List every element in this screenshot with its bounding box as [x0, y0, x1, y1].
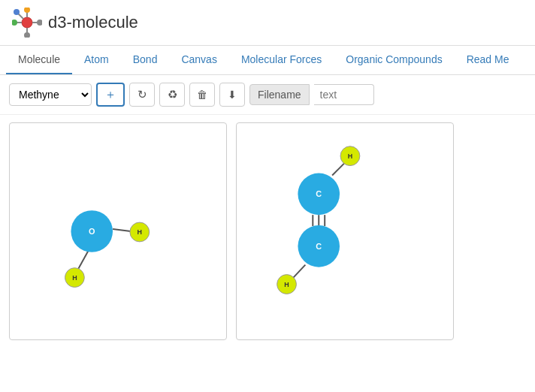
nav-item-read-me[interactable]: Read Me: [455, 46, 521, 74]
bond-c2-hbot: [292, 265, 305, 279]
molecule-canvas-1[interactable]: O H H: [9, 122, 227, 340]
atom-o-label: O: [89, 227, 95, 236]
download-icon: ⬇: [228, 89, 237, 101]
svg-point-8: [12, 20, 17, 26]
bond-oh1: [113, 229, 131, 231]
canvas-area: O H H H C C: [0, 115, 535, 348]
molecule-svg-2: H C C H: [237, 123, 453, 339]
nav-item-canvas[interactable]: Canvas: [169, 46, 228, 74]
nav-item-molecular-forces[interactable]: Molecular Forces: [229, 46, 334, 74]
atom-h2-label: H: [72, 274, 77, 282]
toolbar: Methyne Methane Ethane Water ＋ ↻ ♻ 🗑 ⬇ F…: [0, 75, 535, 115]
add-icon: ＋: [104, 87, 116, 103]
app-title: d3-molecule: [48, 13, 138, 32]
svg-point-10: [14, 9, 20, 15]
delete-button[interactable]: 🗑: [189, 83, 215, 107]
main-nav: Molecule Atom Bond Canvas Molecular Forc…: [0, 46, 535, 75]
nav-item-bond[interactable]: Bond: [121, 46, 170, 74]
molecule-svg-1: O H H: [10, 123, 226, 339]
svg-point-0: [22, 17, 32, 28]
filename-label: Filename: [249, 84, 310, 105]
add-button[interactable]: ＋: [96, 83, 125, 107]
refresh-icon: ↻: [138, 88, 147, 101]
nav-item-atom[interactable]: Atom: [72, 46, 121, 74]
svg-point-6: [24, 8, 30, 13]
svg-point-7: [24, 32, 30, 38]
bond-htop-c1: [332, 163, 345, 176]
nav-item-organic-compounds[interactable]: Organic Compounds: [334, 46, 454, 74]
nav-item-molecule[interactable]: Molecule: [6, 46, 72, 74]
atom-c2-label: C: [316, 242, 322, 251]
app-logo: [12, 8, 42, 38]
filename-input[interactable]: [314, 84, 374, 105]
trash-icon: 🗑: [197, 89, 207, 101]
svg-point-9: [37, 20, 42, 26]
atom-htop-label: H: [348, 152, 352, 160]
molecule-canvas-2[interactable]: H C C H: [236, 122, 454, 340]
reset-icon: ♻: [168, 88, 177, 101]
refresh-button[interactable]: ↻: [129, 83, 155, 107]
reset-button[interactable]: ♻: [159, 83, 185, 107]
atom-h1-label: H: [138, 228, 142, 236]
molecule-dropdown[interactable]: Methyne Methane Ethane Water: [9, 83, 92, 106]
atom-c1-label: C: [316, 189, 322, 198]
atom-hbot-label: H: [284, 281, 289, 288]
download-button[interactable]: ⬇: [219, 83, 245, 107]
app-header: d3-molecule: [0, 0, 535, 46]
